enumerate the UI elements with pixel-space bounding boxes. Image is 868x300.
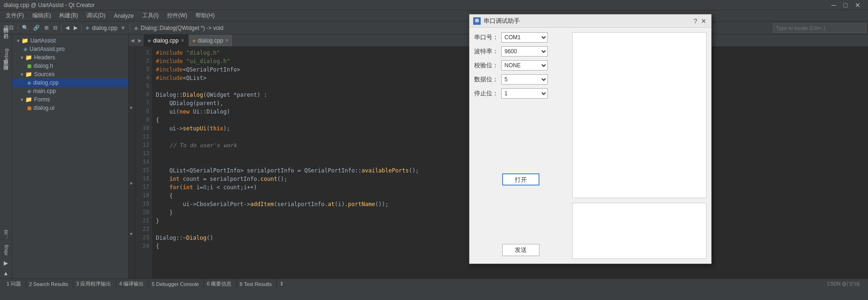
status-toggle[interactable]: ⇕ bbox=[276, 279, 287, 289]
sidebar-label-maincpp: main.cpp bbox=[33, 88, 56, 94]
left-icon-run[interactable]: ▶ bbox=[3, 258, 9, 268]
tab-next-btn[interactable]: ▶ bbox=[136, 35, 144, 47]
left-icon-ebug[interactable]: ebug bbox=[2, 242, 9, 258]
sidebar-item-dialogcpp[interactable]: ◈ dialog.cpp bbox=[12, 79, 128, 87]
field-databits: 数据位： 5 6 7 8 bbox=[474, 74, 567, 85]
tab-icon-2: ◈ bbox=[192, 38, 196, 43]
arrow-uartassist: ▼ bbox=[16, 38, 21, 43]
arrow-sources: ▼ bbox=[20, 72, 24, 77]
menu-bar: 文件(F) 编辑(E) 构建(B) 调试(D) Analyze 工具(I) 控件… bbox=[0, 10, 868, 21]
sidebar-item-dialogh[interactable]: ◼ dialog.h bbox=[12, 62, 128, 70]
label-databits: 数据位： bbox=[474, 75, 498, 84]
sidebar-item-maincpp[interactable]: ◈ main.cpp bbox=[12, 87, 128, 95]
minimize-btn[interactable]: ─ bbox=[828, 1, 840, 9]
sidebar-item-forms[interactable]: ▼ 📁 Forms bbox=[12, 95, 128, 104]
folder-icon-uartassist: 📁 bbox=[21, 37, 28, 44]
toolbar-minus-btn[interactable]: ⊟ bbox=[51, 23, 59, 33]
left-icon-help[interactable]: 帮助 bbox=[1, 71, 10, 77]
sidebar-label-uartassist: UartAssist bbox=[30, 37, 56, 44]
serial-dialog[interactable]: 串 串口调试助手 ? ✕ 串口号： COM1 COM2 COM3 bbox=[469, 14, 712, 264]
tab-filename[interactable]: dialog.cpp bbox=[92, 25, 118, 31]
send-button[interactable]: 发送 bbox=[502, 244, 539, 256]
dialog-title: 串口调试助手 bbox=[483, 17, 690, 25]
status-overview[interactable]: 6 概要信息 bbox=[203, 279, 234, 289]
tab-prev-btn[interactable]: ◀ bbox=[129, 35, 136, 47]
sidebar: ▼ 📁 UartAssist ◈ UartAssist.pro ▼ 📁 Head… bbox=[12, 35, 129, 279]
open-button[interactable]: 打开 bbox=[502, 173, 539, 186]
sidebar-label-headers: Headers bbox=[34, 54, 55, 61]
sidebar-item-sources[interactable]: ▼ 📁 Sources bbox=[12, 70, 128, 79]
folder-icon-sources: 📁 bbox=[25, 71, 32, 78]
toolbar-sep-1 bbox=[18, 24, 18, 32]
toolbar-prev-btn[interactable]: ◀ bbox=[63, 23, 71, 33]
select-port[interactable]: COM1 COM2 COM3 bbox=[501, 32, 548, 43]
title-bar: dialog.cpp @ UartAssist - Qt Creator ─ □… bbox=[0, 0, 868, 10]
status-search[interactable]: 2 Search Results bbox=[26, 279, 71, 289]
arrow-headers: ▼ bbox=[20, 55, 24, 60]
toolbar-link-btn[interactable]: 🔗 bbox=[31, 23, 42, 33]
label-baud: 波特率： bbox=[474, 47, 498, 56]
menu-analyze[interactable]: Analyze bbox=[110, 12, 138, 20]
sidebar-label-pro: UartAssist.pro bbox=[29, 46, 64, 52]
dialog-close-btn[interactable]: ✕ bbox=[700, 17, 707, 25]
field-port: 串口号： COM1 COM2 COM3 bbox=[474, 32, 567, 43]
line-numbers: 12345 678910 1112131415 1617181920 21222… bbox=[135, 47, 152, 279]
toolbar-grid-btn[interactable]: ⊞ bbox=[42, 23, 50, 33]
dialog-help-btn[interactable]: ? bbox=[693, 17, 698, 25]
fold-gutter: ▼ ▼ ▼ bbox=[129, 47, 135, 279]
folder-icon-headers: 📁 bbox=[25, 54, 32, 61]
maximize-btn[interactable]: □ bbox=[840, 1, 851, 9]
status-testresults[interactable]: 8 Test Results bbox=[236, 279, 274, 289]
fold-arrow-17[interactable]: ▼ bbox=[130, 181, 133, 186]
left-icon-edit[interactable]: 编辑 bbox=[1, 35, 10, 40]
toolbar-filter-btn[interactable]: 🔍 bbox=[20, 23, 30, 33]
left-icon-debug[interactable]: debug bbox=[2, 46, 10, 66]
left-icon-project[interactable]: 项目 bbox=[1, 66, 10, 71]
select-stopbits[interactable]: 1 1.5 2 bbox=[501, 88, 548, 99]
dialog-fields: 串口号： COM1 COM2 COM3 波特率： 9600 115200 bbox=[474, 32, 567, 259]
menu-tools[interactable]: 工具(I) bbox=[139, 11, 162, 21]
tab-icon-active: ◈ bbox=[147, 38, 151, 43]
receive-display[interactable] bbox=[572, 32, 707, 198]
close-btn[interactable]: ✕ bbox=[851, 1, 864, 9]
fold-arrow-8[interactable]: ▼ bbox=[130, 106, 133, 111]
dialog-icon: 串 bbox=[473, 17, 481, 25]
tab-dialogcpp-2[interactable]: ◈ dialog.cpp ✕ bbox=[189, 35, 233, 47]
locate-search[interactable] bbox=[773, 23, 866, 33]
sidebar-item-headers[interactable]: ▼ 📁 Headers bbox=[12, 53, 128, 62]
status-buildoutput[interactable]: 4 编译输出 bbox=[116, 279, 147, 289]
breadcrumb-sep-1: ◈ bbox=[134, 25, 138, 31]
menu-edit[interactable]: 编辑(E) bbox=[28, 11, 55, 21]
sidebar-item-uartassist[interactable]: ▼ 📁 UartAssist bbox=[12, 36, 128, 45]
menu-file[interactable]: 文件(F) bbox=[2, 11, 28, 21]
left-icon-design[interactable]: 设计 bbox=[1, 40, 10, 46]
ui-icon: ◼ bbox=[27, 105, 32, 111]
status-problems[interactable]: 1 问题 bbox=[4, 279, 24, 289]
toolbar-next-btn[interactable]: ▶ bbox=[72, 23, 79, 33]
sidebar-label-dialogcpp: dialog.cpp bbox=[33, 79, 59, 86]
tab-close-2[interactable]: ✕ bbox=[225, 38, 229, 43]
select-baud[interactable]: 9600 115200 bbox=[501, 46, 548, 57]
status-debugger[interactable]: 5 Debugger Console bbox=[148, 279, 202, 289]
tab-label-2: dialog.cpp bbox=[198, 37, 224, 44]
fold-arrow-23[interactable]: ▼ bbox=[130, 232, 133, 237]
send-display[interactable] bbox=[572, 203, 707, 259]
dialog-titlebar: 串 串口调试助手 ? ✕ bbox=[469, 14, 711, 28]
status-appoutput[interactable]: 3 应用程序输出 bbox=[73, 279, 114, 289]
tab-close-active[interactable]: ✕ bbox=[181, 38, 184, 43]
sidebar-item-dialogui[interactable]: ◼ dialog.ui bbox=[12, 104, 128, 112]
menu-help[interactable]: 帮助(H) bbox=[192, 11, 218, 21]
select-databits[interactable]: 5 6 7 8 bbox=[501, 74, 548, 85]
tab-arrow: ▼ bbox=[120, 25, 126, 31]
menu-debug[interactable]: 调试(D) bbox=[83, 11, 109, 21]
dialog-title-btns: ? ✕ bbox=[693, 17, 707, 25]
left-icon-up[interactable]: ▲ bbox=[2, 268, 10, 279]
tab-dialogcpp-active[interactable]: ◈ dialog.cpp ✕ bbox=[144, 35, 189, 47]
field-parity: 校验位： NONE Even Odd bbox=[474, 60, 567, 71]
menu-build[interactable]: 构建(B) bbox=[56, 11, 82, 21]
left-icon-ist[interactable]: …ist bbox=[2, 227, 9, 242]
select-parity[interactable]: NONE Even Odd bbox=[501, 60, 548, 71]
sidebar-item-pro[interactable]: ◈ UartAssist.pro bbox=[12, 45, 128, 53]
menu-widgets[interactable]: 控件(W) bbox=[163, 11, 191, 21]
toolbar: 项目 🔍 🔗 ⊞ ⊟ ◀ ▶ ◈ dialog.cpp ▼ ◈ Dialog::… bbox=[0, 21, 868, 35]
